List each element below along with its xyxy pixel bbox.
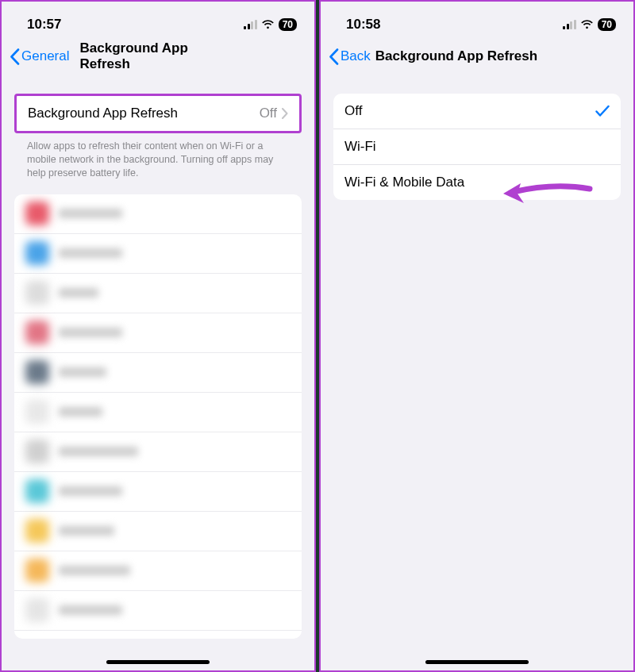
battery-icon: 70: [279, 18, 297, 31]
battery-icon: 70: [598, 18, 616, 31]
content: Off Wi-Fi Wi-Fi & Mobile Data: [321, 94, 633, 200]
page-title: Background App Refresh: [80, 40, 237, 72]
row-label: Background App Refresh: [28, 106, 260, 121]
background-app-refresh-row[interactable]: Background App Refresh Off: [17, 96, 299, 131]
page-title: Background App Refresh: [375, 48, 537, 64]
status-bar: 10:58 70: [321, 2, 633, 40]
chevron-left-icon: [329, 48, 339, 65]
option-off[interactable]: Off: [333, 94, 621, 129]
status-time: 10:57: [27, 17, 61, 33]
phone-screen-right: 10:58 70 Back Background App Refresh Off…: [319, 0, 635, 672]
chevron-left-icon: [10, 48, 20, 65]
phone-screen-left: 10:57 70 General Background App Refresh …: [0, 0, 316, 672]
option-label: Off: [344, 103, 595, 119]
status-icons: 70: [563, 18, 616, 31]
status-time: 10:58: [346, 17, 380, 33]
checkmark-icon: [595, 105, 610, 117]
option-label: Wi-Fi: [344, 139, 610, 155]
wifi-icon: [261, 20, 275, 29]
back-button[interactable]: General: [10, 48, 69, 65]
navigation-bar: Back Background App Refresh: [321, 40, 633, 75]
status-icons: 70: [244, 18, 297, 31]
home-indicator[interactable]: [425, 660, 529, 664]
app-list-blurred: [14, 194, 302, 639]
option-wifi-mobile[interactable]: Wi-Fi & Mobile Data: [333, 165, 621, 200]
background-app-refresh-group: Background App Refresh Off: [14, 94, 302, 133]
content: Background App Refresh Off Allow apps to…: [2, 94, 314, 639]
back-label: Back: [341, 48, 371, 64]
chevron-right-icon: [282, 108, 288, 119]
option-label: Wi-Fi & Mobile Data: [344, 175, 610, 190]
option-wifi[interactable]: Wi-Fi: [333, 129, 621, 165]
status-bar: 10:57 70: [2, 2, 314, 40]
cellular-signal-icon: [244, 20, 257, 29]
back-label: General: [21, 48, 69, 64]
back-button[interactable]: Back: [329, 48, 371, 65]
options-group: Off Wi-Fi Wi-Fi & Mobile Data: [333, 94, 621, 200]
home-indicator[interactable]: [106, 660, 210, 664]
wifi-icon: [580, 20, 594, 29]
cellular-signal-icon: [563, 20, 576, 29]
section-footer: Allow apps to refresh their content when…: [14, 133, 302, 180]
navigation-bar: General Background App Refresh: [2, 40, 314, 75]
row-value: Off: [260, 106, 277, 121]
